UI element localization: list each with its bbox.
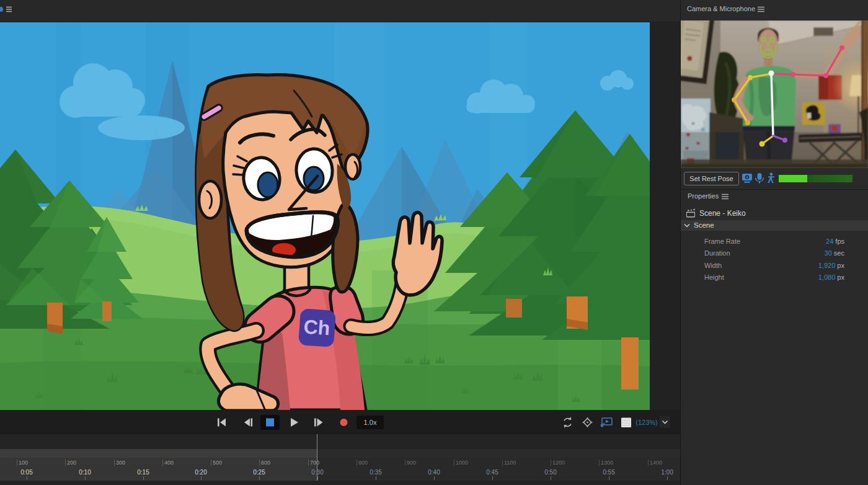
svg-text:Ch: Ch	[303, 316, 330, 340]
svg-text:(123%): (123%)	[636, 419, 657, 426]
svg-text:1.0x: 1.0x	[364, 419, 377, 426]
